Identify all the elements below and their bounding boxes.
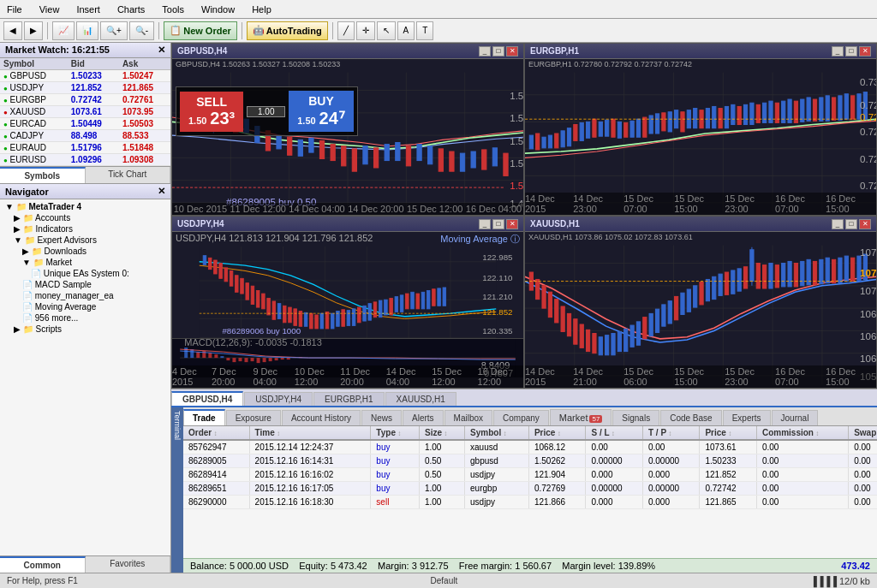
tab-symbols[interactable]: Symbols — [0, 167, 86, 183]
term-tab-company[interactable]: Company — [493, 410, 549, 425]
toolbar-btn-zoom-out[interactable]: 🔍- — [129, 21, 154, 40]
chart-tab-eurgbp[interactable]: EURGBP,H1 — [313, 392, 385, 406]
navigator-close[interactable]: ✕ — [158, 186, 165, 197]
term-tab-account-history[interactable]: Account History — [282, 410, 361, 425]
orders-col-header[interactable]: S / L — [586, 426, 643, 440]
orders-col-header[interactable]: Type — [371, 426, 420, 440]
toolbar-btn-period-sep[interactable]: T — [416, 21, 433, 40]
orders-row[interactable]: 86290000 2015.12.16 16:18:30 sell 1.00 u… — [183, 496, 877, 509]
term-tab-market[interactable]: Market57 — [550, 409, 612, 425]
chart-tab-usdjpy[interactable]: USDJPY,H4 — [244, 392, 313, 406]
nav-tree-item[interactable]: 📄 money_manager_ea — [0, 290, 170, 301]
market-watch-row[interactable]: ● GBPUSD 1.50233 1.50247 — [0, 70, 170, 82]
toolbar-btn-newchart[interactable]: 📈 — [52, 21, 75, 40]
market-watch-row[interactable]: ● EURGBP 0.72742 0.72761 — [0, 94, 170, 106]
orders-col-header[interactable]: Size — [419, 426, 464, 440]
orders-row[interactable]: 85762947 2015.12.14 12:24:37 buy 1.00 xa… — [183, 440, 877, 454]
nav-tree-item[interactable]: 📄 MACD Sample — [0, 279, 170, 290]
term-tab-mailbox[interactable]: Mailbox — [444, 410, 492, 425]
chart-xauusd-close[interactable]: ✕ — [859, 219, 871, 229]
orders-col-header[interactable]: Commission — [756, 426, 848, 440]
menu-file[interactable]: File — [3, 3, 26, 16]
chart-eurgbp-max[interactable]: □ — [845, 46, 857, 56]
buy-button[interactable]: BUY 1.50 24⁷ — [289, 91, 354, 132]
menu-tools[interactable]: Tools — [158, 3, 188, 16]
svg-rect-259 — [719, 274, 722, 295]
market-watch-close[interactable]: ✕ — [158, 45, 165, 56]
toolbar-btn-forward[interactable]: ▶ — [24, 21, 43, 40]
nav-tree-item[interactable]: ▼ 📁 Expert Advisors — [0, 235, 170, 246]
nav-tree-item[interactable]: ▶ 📁 Downloads — [0, 246, 170, 257]
orders-col-header[interactable]: Price — [700, 426, 757, 440]
toolbar-btn-text[interactable]: A — [397, 21, 415, 40]
nav-tree-item[interactable]: 📄 Unique EAs System 0: — [0, 268, 170, 279]
chart-close-btn[interactable]: ✕ — [506, 46, 518, 56]
chart-gbpusd-body[interactable]: SELL 1.50 23³ BUY 1.50 24⁷ — [172, 69, 523, 215]
menu-window[interactable]: Window — [198, 3, 238, 16]
nav-tree-item[interactable]: 📄 Moving Average — [0, 301, 170, 312]
tab-favorites[interactable]: Favorites — [86, 556, 171, 573]
market-watch-row[interactable]: ● EURAUD 1.51796 1.51848 — [0, 142, 170, 154]
auto-trading-button[interactable]: 🤖 AutoTrading — [247, 21, 328, 40]
nav-tree-item[interactable]: ▼ 📁 MetaTrader 4 — [0, 201, 170, 212]
chart-usdjpy-max[interactable]: □ — [492, 219, 504, 229]
nav-tree-item[interactable]: ▶ 📁 Indicators — [0, 223, 170, 235]
orders-col-header[interactable]: Symbol — [465, 426, 529, 440]
term-tab-trade[interactable]: Trade — [183, 409, 225, 425]
chart-eurgbp-close[interactable]: ✕ — [859, 46, 871, 56]
chart-eurgbp-min[interactable]: _ — [832, 46, 844, 56]
chart-xauusd-min[interactable]: _ — [832, 219, 844, 229]
toolbar-btn-back[interactable]: ◀ — [3, 21, 22, 40]
chart-eurgbp-body[interactable]: 0.72742 0.73050 0.72880 0.72530 0.72355 … — [525, 69, 876, 215]
market-watch-row[interactable]: ● XAUUSD 1073.61 1073.95 — [0, 106, 170, 118]
nav-tree-item[interactable]: 📄 956 more... — [0, 312, 170, 324]
chart-xauusd-body[interactable]: 1075.70 1073.61 1072.30 1068.90 1065.40 … — [525, 242, 876, 388]
market-watch-row[interactable]: ● EURCAD 1.50449 1.50503 — [0, 118, 170, 130]
chart-minimize-btn[interactable]: _ — [479, 46, 491, 56]
term-tab-exposure[interactable]: Exposure — [226, 410, 281, 425]
chart-tab-gbpusd[interactable]: GBPUSD,H4 — [171, 391, 243, 406]
nav-tree-item[interactable]: ▶ 📁 Scripts — [0, 324, 170, 335]
toolbar-btn-cross[interactable]: ✛ — [356, 21, 375, 40]
orders-row[interactable]: 86289414 2015.12.16 16:16:02 buy 0.50 us… — [183, 468, 877, 482]
term-tab-experts[interactable]: Experts — [723, 410, 771, 425]
terminal-handle[interactable]: Terminal — [171, 407, 183, 573]
lot-input[interactable] — [247, 106, 285, 117]
term-tab-alerts[interactable]: Alerts — [403, 410, 444, 425]
orders-col-header[interactable]: Order — [183, 426, 249, 440]
menu-help[interactable]: Help — [248, 3, 275, 16]
toolbar-btn-line[interactable]: ╱ — [337, 21, 355, 40]
term-tab-signals[interactable]: Signals — [612, 410, 659, 425]
menu-charts[interactable]: Charts — [114, 3, 148, 16]
term-tab-code-base[interactable]: Code Base — [660, 410, 721, 425]
menu-insert[interactable]: Insert — [73, 3, 104, 16]
market-watch-row[interactable]: ● USDJPY 121.852 121.865 — [0, 82, 170, 94]
tab-tick-chart[interactable]: Tick Chart — [86, 167, 171, 183]
sell-button[interactable]: SELL 1.50 23³ — [180, 92, 243, 132]
chart-maximize-btn[interactable]: □ — [492, 46, 504, 56]
orders-col-header[interactable]: T / P — [642, 426, 700, 440]
new-order-button[interactable]: 📋 New Order — [164, 21, 237, 40]
orders-row[interactable]: 86289651 2015.12.16 16:17:05 buy 1.00 eu… — [183, 482, 877, 496]
market-watch-row[interactable]: ● CADJPY 88.498 88.533 — [0, 130, 170, 142]
orders-row[interactable]: 86289005 2015.12.16 16:14:31 buy 0.50 gb… — [183, 454, 877, 468]
chart-usdjpy-min[interactable]: _ — [479, 219, 491, 229]
chart-xauusd-max[interactable]: □ — [845, 219, 857, 229]
nav-tree-item[interactable]: ▼ 📁 Market — [0, 257, 170, 268]
tab-common[interactable]: Common — [0, 556, 86, 573]
chart-usdjpy-body[interactable]: 121.852 122.985 122.110 121.210 120.335 … — [172, 246, 523, 388]
orders-col-header[interactable]: Price — [528, 426, 586, 440]
nav-tree-item[interactable]: ▶ 📁 Accounts — [0, 212, 170, 223]
menu-view[interactable]: View — [36, 3, 63, 16]
market-watch-row[interactable]: ● EURUSD 1.09296 1.09308 — [0, 154, 170, 166]
chart-usdjpy-close[interactable]: ✕ — [506, 219, 518, 229]
orders-col-header[interactable]: Swap — [849, 426, 877, 440]
toolbar-btn-indicator[interactable]: 📊 — [76, 21, 98, 40]
orders-table-wrap[interactable]: OrderTimeTypeSizeSymbolPriceS / LT / PPr… — [183, 426, 877, 558]
chart-tab-xauusd[interactable]: XAUUSD,H1 — [385, 392, 456, 406]
toolbar-btn-arrow[interactable]: ↖ — [377, 21, 396, 40]
term-tab-news[interactable]: News — [361, 410, 402, 425]
orders-col-header[interactable]: Time — [249, 426, 371, 440]
toolbar-btn-zoom-in[interactable]: 🔍+ — [100, 21, 128, 40]
term-tab-journal[interactable]: Journal — [772, 410, 819, 425]
